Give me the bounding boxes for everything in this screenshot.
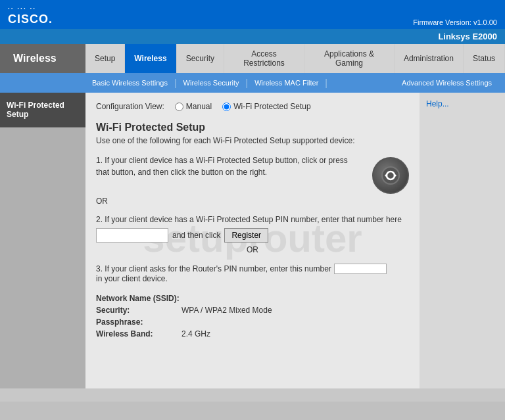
cisco-dots: ·· ··· ·· <box>8 5 53 12</box>
security-value: WPA / WPA2 Mixed Mode <box>181 306 272 315</box>
step2-number: 2. <box>96 215 103 224</box>
network-info: Network Name (SSID): Security: WPA / WPA… <box>96 294 409 338</box>
network-passphrase-row: Passphrase: <box>96 317 409 327</box>
radio-manual-label: Manual <box>186 102 212 111</box>
config-view-label: Configuration View: <box>96 102 164 111</box>
page-title: Wireless <box>0 44 85 73</box>
radio-wps-label: Wi-Fi Protected Setup <box>233 102 310 111</box>
pin-display <box>334 264 387 274</box>
top-header: ·· ··· ·· CISCO. Firmware Version: v1.0.… <box>0 0 505 29</box>
step1-number: 1. <box>96 156 103 165</box>
security-label: Security: <box>96 306 181 315</box>
tab-access[interactable]: Access Restrictions <box>224 44 304 73</box>
cisco-logo: ·· ··· ·· CISCO. <box>8 5 53 26</box>
pin-input[interactable] <box>96 228 168 243</box>
subnav-advanced[interactable]: Advanced Wireless Settings <box>395 75 498 91</box>
or-label-2: OR <box>96 245 409 254</box>
tab-apps[interactable]: Applications & Gaming <box>304 44 395 73</box>
tab-setup[interactable]: Setup <box>85 44 125 73</box>
firmware-version: Firmware Version: v1.0.00 <box>413 18 497 26</box>
sidebar-item-wps[interactable]: Wi-Fi Protected Setup <box>0 93 85 128</box>
step3-text-before: If your client asks for the Router's PIN… <box>105 264 331 273</box>
sidebar: Wi-Fi Protected Setup <box>0 93 85 388</box>
step3-number: 3. <box>96 264 103 273</box>
step1: 1. If your client device has a Wi-Fi Pro… <box>96 154 409 206</box>
model-bar: Linksys E2000 <box>0 29 505 44</box>
band-label: Wireless Band: <box>96 329 181 338</box>
tab-wireless[interactable]: Wireless <box>125 44 176 73</box>
wps-title: Wi-Fi Protected Setup <box>96 122 409 133</box>
cisco-wordmark: CISCO. <box>8 12 53 26</box>
tab-status[interactable]: Status <box>464 44 505 73</box>
tab-admin[interactable]: Administration <box>395 44 464 73</box>
step2-row: and then click Register <box>96 228 409 243</box>
network-security-row: Security: WPA / WPA2 Mixed Mode <box>96 306 409 315</box>
step2-body: If your client device has a Wi-Fi Protec… <box>105 215 402 224</box>
passphrase-label: Passphrase: <box>96 317 181 327</box>
wps-description: Use one of the following for each Wi-Fi … <box>96 136 409 145</box>
network-ssid-row: Network Name (SSID): <box>96 294 409 303</box>
config-view-row: Configuration View: Manual Wi-Fi Protect… <box>96 102 409 111</box>
wps-section: Wi-Fi Protected Setup Use one of the fol… <box>96 122 409 283</box>
step3-text-after: in your client device. <box>96 274 168 283</box>
linksys-label: Linksys E2000 <box>438 32 497 41</box>
radio-manual-input[interactable] <box>175 103 183 111</box>
tab-security[interactable]: Security <box>177 44 224 73</box>
main-nav: Wireless Setup Wireless Security Access … <box>0 44 505 73</box>
help-link[interactable]: Help... <box>426 99 449 108</box>
radio-manual[interactable]: Manual <box>175 102 212 111</box>
step1-body: If your client device has a Wi-Fi Protec… <box>96 156 348 177</box>
svg-point-0 <box>382 167 399 184</box>
subnav-sep3: | <box>325 78 327 88</box>
help-panel: Help... <box>420 93 505 388</box>
step2: 2. If your client device has a Wi-Fi Pro… <box>96 215 409 254</box>
step3-row: 3. If your client asks for the Router's … <box>96 264 409 283</box>
register-button[interactable]: Register <box>224 228 268 243</box>
step3: 3. If your client asks for the Router's … <box>96 264 409 283</box>
band-value: 2.4 GHz <box>181 329 210 338</box>
network-band-row: Wireless Band: 2.4 GHz <box>96 329 409 338</box>
radio-wps[interactable]: Wi-Fi Protected Setup <box>222 102 310 111</box>
sub-nav: Basic Wireless Settings | Wireless Secur… <box>0 73 505 93</box>
content-wrapper: Wi-Fi Protected Setup setuprouter Config… <box>0 93 505 388</box>
step2-text: 2. If your client device has a Wi-Fi Pro… <box>96 215 409 224</box>
step1-row: 1. If your client device has a Wi-Fi Pro… <box>96 154 409 194</box>
subnav-mac[interactable]: Wireless MAC Filter <box>248 75 325 91</box>
nav-tabs: Setup Wireless Security Access Restricti… <box>85 44 505 73</box>
wps-button-icon[interactable] <box>372 157 409 194</box>
bottom-bar <box>0 388 505 402</box>
step1-text: 1. If your client device has a Wi-Fi Pro… <box>96 154 362 178</box>
subnav-security[interactable]: Wireless Security <box>177 75 246 91</box>
main-content: setuprouter Configuration View: Manual W… <box>85 93 420 388</box>
subnav-basic[interactable]: Basic Wireless Settings <box>85 75 174 91</box>
wps-svg-icon <box>380 165 401 186</box>
radio-wps-input[interactable] <box>222 103 231 111</box>
ssid-label: Network Name (SSID): <box>96 294 181 303</box>
or-label-1: OR <box>96 197 409 206</box>
and-then-click-label: and then click <box>172 231 220 240</box>
